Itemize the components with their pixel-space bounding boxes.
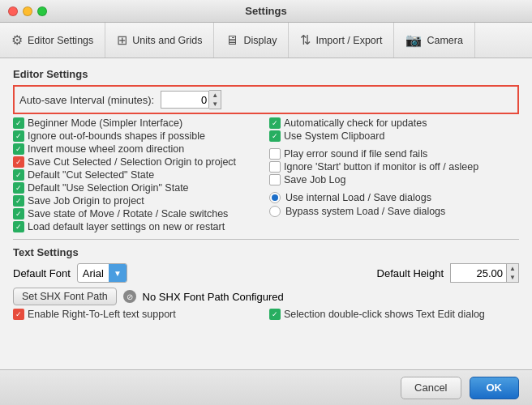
- checkbox-defaultlayer[interactable]: ✓ Load default layer settings on new or …: [13, 221, 263, 232]
- tab-camera[interactable]: 📷 Camera: [394, 23, 474, 58]
- checkbox-dblclick-label: Selection double-click shows Text Edit d…: [284, 309, 485, 320]
- shx-row: Set SHX Font Path ⊘ No SHX Font Path Con…: [13, 288, 519, 305]
- shx-font-path-button[interactable]: Set SHX Font Path: [13, 288, 117, 305]
- tab-ie-label: Import / Export: [315, 35, 382, 46]
- checkbox-icon-green: ✓: [13, 169, 24, 181]
- autosave-spinbox: ▲ ▼: [161, 90, 221, 109]
- checkbox-autoupdate[interactable]: ✓ Automatically check for updates: [269, 117, 519, 129]
- checkbox-errorsound[interactable]: Play error sound if file send fails: [269, 148, 519, 160]
- height-label: Default Height: [377, 267, 444, 279]
- checkbox-icon-empty: [269, 148, 281, 160]
- tab-editor-label: Editor Settings: [28, 35, 93, 46]
- tab-display[interactable]: 🖥 Display: [214, 23, 289, 58]
- shx-status-label: No SHX Font Path Configured: [143, 291, 284, 303]
- checkbox-icon-green: ✓: [269, 130, 281, 142]
- tab-import-export[interactable]: ⇅ Import / Export: [289, 23, 394, 58]
- tab-display-label: Display: [243, 35, 277, 46]
- height-spin-buttons: ▲ ▼: [507, 263, 519, 283]
- checkbox-cutstate-label: Default "Cut Selected" State: [28, 169, 154, 181]
- checkbox-invert[interactable]: ✓ Invert mouse wheel zoom direction: [13, 143, 263, 155]
- checkbox-defaultlayer-label: Load default layer settings on new or re…: [28, 221, 225, 232]
- radio-bypass-label: Bypass system Load / Save dialogs: [285, 206, 445, 217]
- shx-no-icon: ⊘: [123, 290, 136, 303]
- height-input[interactable]: [450, 263, 507, 283]
- tab-units-grids[interactable]: ⊞ Units and Grids: [105, 23, 214, 58]
- checkbox-savecut-label: Save Cut Selected / Selection Origin to …: [28, 156, 236, 168]
- checkbox-icon-red: ✓: [13, 156, 24, 168]
- radio-internal-label: Use internal Load / Save dialogs: [285, 192, 431, 203]
- window-controls[interactable]: [8, 6, 47, 16]
- settings-content: Editor Settings Auto-save Interval (minu…: [0, 58, 532, 369]
- checkbox-cutstate[interactable]: ✓ Default "Cut Selected" State: [13, 169, 263, 181]
- font-label: Default Font: [13, 267, 71, 279]
- tab-editor-settings[interactable]: ⚙ Editor Settings: [0, 23, 105, 58]
- radio-internal-load[interactable]: Use internal Load / Save dialogs: [269, 192, 519, 203]
- checkbox-invert-label: Invert mouse wheel zoom direction: [28, 143, 184, 155]
- checkbox-oob-label: Ignore out-of-bounds shapes if possible: [28, 130, 205, 142]
- checkbox-clipboard[interactable]: ✓ Use System Clipboard: [269, 130, 519, 142]
- window-title: Settings: [245, 5, 286, 17]
- toolbar: ⚙ Editor Settings ⊞ Units and Grids 🖥 Di…: [0, 23, 532, 58]
- tab-units-label: Units and Grids: [132, 35, 202, 46]
- checkbox-ignorebtn[interactable]: Ignore 'Start' button if monitor is off …: [269, 161, 519, 173]
- title-bar: Settings: [0, 0, 532, 23]
- tab-camera-label: Camera: [427, 35, 462, 46]
- radio-icon-selected: [269, 192, 281, 203]
- section-divider: [13, 239, 519, 240]
- checkbox-oob[interactable]: ✓ Ignore out-of-bounds shapes if possibl…: [13, 130, 263, 142]
- checkbox-movestate[interactable]: ✓ Save state of Move / Rotate / Scale sw…: [13, 208, 263, 220]
- checkbox-icon-green: ✓: [13, 117, 24, 129]
- height-spin-down[interactable]: ▼: [507, 273, 518, 282]
- font-dropdown-arrow[interactable]: ▼: [109, 264, 127, 282]
- autosave-spin-up[interactable]: ▲: [209, 91, 221, 100]
- left-options: ✓ Beginner Mode (Simpler Interface) ✓ Ig…: [13, 117, 263, 234]
- ok-button[interactable]: OK: [470, 377, 520, 399]
- autosave-spin-buttons: ▲ ▼: [209, 90, 221, 109]
- checkbox-joborigin[interactable]: ✓ Save Job Origin to project: [13, 195, 263, 207]
- checkbox-icon-green: ✓: [13, 130, 24, 142]
- checkbox-savejoblog[interactable]: Save Job Log: [269, 174, 519, 185]
- checkbox-icon-green: ✓: [13, 143, 24, 155]
- text-settings-bottom: ✓ Enable Right-To-Left text support ✓ Se…: [13, 309, 519, 322]
- checkbox-joborigin-label: Save Job Origin to project: [28, 195, 144, 207]
- checkbox-icon-green: ✓: [269, 309, 281, 320]
- checkbox-rtl[interactable]: ✓ Enable Right-To-Left text support: [13, 309, 263, 320]
- import-export-icon: ⇅: [300, 32, 311, 48]
- checkbox-icon-green: ✓: [13, 208, 24, 220]
- checkbox-savejoblog-label: Save Job Log: [284, 174, 345, 185]
- checkbox-errorsound-label: Play error sound if file send fails: [284, 148, 427, 160]
- checkbox-icon-empty: [269, 174, 281, 185]
- grid-icon: ⊞: [117, 32, 127, 48]
- autosave-input[interactable]: [161, 91, 209, 109]
- height-spin-up[interactable]: ▲: [507, 264, 518, 273]
- checkbox-autoupdate-label: Automatically check for updates: [284, 117, 427, 129]
- checkbox-savecut[interactable]: ✓ Save Cut Selected / Selection Origin t…: [13, 156, 263, 168]
- editor-settings-title: Editor Settings: [13, 68, 519, 80]
- radio-bypass-load[interactable]: Bypass system Load / Save dialogs: [269, 206, 519, 217]
- font-select-value: Arial: [78, 267, 109, 279]
- checkbox-selorigin[interactable]: ✓ Default "Use Selection Origin" State: [13, 182, 263, 194]
- maximize-button[interactable]: [37, 6, 47, 16]
- checkbox-beginner[interactable]: ✓ Beginner Mode (Simpler Interface): [13, 117, 263, 129]
- checkbox-ignorebtn-label: Ignore 'Start' button if monitor is off …: [284, 161, 478, 173]
- cancel-button[interactable]: Cancel: [401, 377, 461, 399]
- checkbox-beginner-label: Beginner Mode (Simpler Interface): [28, 117, 182, 129]
- checkbox-icon-empty: [269, 161, 281, 173]
- radio-icon-empty: [269, 206, 281, 217]
- checkbox-dblclick[interactable]: ✓ Selection double-click shows Text Edit…: [269, 309, 519, 320]
- checkbox-rtl-label: Enable Right-To-Left text support: [28, 309, 176, 320]
- text-settings-section: Text Settings Default Font Arial ▼ Defau…: [13, 246, 519, 322]
- right-options: ✓ Automatically check for updates ✓ Use …: [269, 117, 519, 234]
- close-button[interactable]: [8, 6, 18, 16]
- autosave-label: Auto-save Interval (minutes):: [19, 94, 154, 106]
- autosave-spin-down[interactable]: ▼: [209, 100, 221, 109]
- font-select[interactable]: Arial ▼: [77, 263, 127, 283]
- minimize-button[interactable]: [23, 6, 32, 16]
- checkbox-selorigin-label: Default "Use Selection Origin" State: [28, 182, 189, 194]
- height-spinbox: ▲ ▼: [450, 263, 519, 283]
- checkbox-icon-green: ✓: [13, 182, 24, 194]
- dialog-footer: Cancel OK: [0, 369, 532, 405]
- checkbox-clipboard-label: Use System Clipboard: [284, 130, 384, 142]
- checkbox-icon-red: ✓: [13, 309, 24, 320]
- main-options-grid: ✓ Beginner Mode (Simpler Interface) ✓ Ig…: [13, 117, 519, 234]
